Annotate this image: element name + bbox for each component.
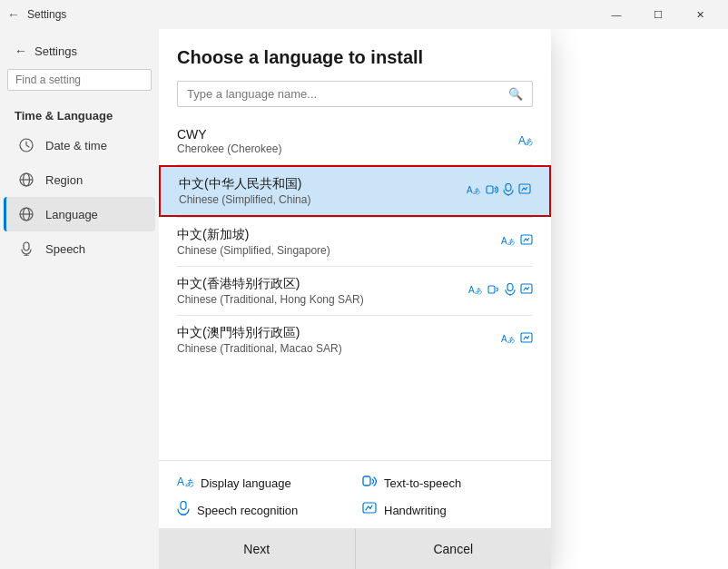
feature-speech-label: Speech recognition: [197, 504, 298, 517]
content-area: Some language preferences text that will…: [159, 29, 728, 569]
svg-rect-5: [24, 242, 29, 250]
handwriting-icon-css: [520, 234, 533, 250]
svg-text:あ: あ: [507, 336, 515, 344]
lang-name-ctm: 中文(澳門特別行政區): [177, 325, 501, 341]
lang-subname-cthk: Chinese (Traditional, Hong Kong SAR): [177, 293, 468, 306]
sidebar-item-region[interactable]: Region: [4, 162, 155, 197]
dialog-footer: Next Cancel: [159, 528, 551, 569]
date-time-label: Date & time: [45, 139, 107, 152]
region-icon: [18, 172, 34, 188]
lang-name-cthk: 中文(香港特别行政区): [177, 276, 468, 292]
language-item-cherokee[interactable]: CWY Cherokee (Cherokee) A あ: [159, 118, 551, 164]
svg-text:あ: あ: [473, 187, 480, 195]
svg-text:あ: あ: [507, 238, 515, 246]
svg-rect-21: [488, 286, 495, 293]
svg-rect-22: [507, 284, 513, 291]
speech-icon-cthk: [505, 283, 516, 299]
svg-text:あ: あ: [185, 477, 193, 487]
svg-rect-30: [363, 476, 370, 486]
speech-recognition-icon-feature: [177, 501, 190, 519]
display-lang-icon-cthk: Aあ: [468, 283, 483, 299]
titlebar-title: Settings: [27, 8, 66, 21]
dialog-header: Choose a language to install 🔍: [159, 29, 551, 118]
search-icon: 🔍: [508, 87, 523, 101]
language-item-chinese-traditional-hk[interactable]: 中文(香港特别行政区) Chinese (Traditional, Hong K…: [159, 267, 551, 315]
close-button[interactable]: ✕: [679, 0, 721, 29]
maximize-button[interactable]: ☐: [637, 0, 679, 29]
cancel-button[interactable]: Cancel: [355, 529, 552, 569]
svg-rect-31: [181, 502, 186, 510]
tts-icon-cthk: [487, 283, 500, 299]
sidebar: ← Settings Time & Language Date & time: [0, 29, 159, 569]
sidebar-back-button[interactable]: ← Settings: [0, 36, 159, 65]
feature-handwriting-label: Handwriting: [384, 504, 447, 517]
lang-icons-css: Aあ: [501, 234, 533, 250]
display-lang-icon: A あ: [518, 132, 533, 150]
display-lang-icon-csc: Aあ: [467, 183, 481, 199]
dialog-search-container: 🔍: [177, 81, 533, 107]
svg-text:A: A: [177, 476, 184, 488]
dialog-title: Choose a language to install: [177, 47, 533, 68]
feature-display-language: Aあ Display language: [177, 474, 348, 492]
lang-name-css: 中文(新加坡): [177, 227, 501, 243]
feature-display-language-label: Display language: [201, 476, 291, 490]
display-language-icon: Aあ: [177, 474, 193, 492]
language-search-input[interactable]: [187, 87, 503, 101]
svg-text:A: A: [501, 236, 507, 246]
lang-icons-cherokee: A あ: [518, 132, 533, 150]
svg-text:あ: あ: [475, 287, 482, 295]
find-setting-input[interactable]: [7, 69, 152, 91]
language-item-chinese-simplified-singapore[interactable]: 中文(新加坡) Chinese (Simplified, Singapore) …: [159, 218, 551, 266]
handwriting-icon-feature: [362, 501, 377, 519]
handwriting-icon-ctm: [520, 332, 533, 348]
language-icon: [18, 206, 34, 222]
minimize-button[interactable]: —: [595, 0, 637, 29]
region-label: Region: [45, 173, 83, 187]
lang-subname-csc: Chinese (Simplified, China): [179, 193, 467, 206]
language-list: CWY Cherokee (Cherokee) A あ: [159, 118, 551, 460]
next-button[interactable]: Next: [159, 529, 355, 569]
titlebar-controls: — ☐ ✕: [595, 0, 721, 29]
language-item-chinese-simplified-china[interactable]: 中文(中华人民共和国) Chinese (Simplified, China) …: [159, 165, 551, 217]
language-install-dialog: Choose a language to install 🔍 CWY Chero…: [159, 29, 551, 569]
svg-text:A: A: [468, 285, 475, 295]
back-arrow-icon: ←: [7, 7, 20, 22]
display-lang-icon-css: Aあ: [501, 234, 516, 250]
date-time-icon: [18, 137, 34, 153]
feature-icons-section: Aあ Display language Text-to-speech: [159, 460, 551, 528]
svg-text:あ: あ: [525, 137, 533, 146]
handwriting-icon-cthk: [520, 283, 533, 299]
lang-name-cherokee: CWY: [177, 127, 518, 142]
lang-icons-ctm: Aあ: [501, 332, 533, 348]
lang-name-csc: 中文(中华人民共和国): [179, 176, 467, 192]
language-label: Language: [45, 208, 98, 221]
feature-handwriting: Handwriting: [362, 501, 533, 519]
lang-icons-csc: Aあ: [467, 183, 531, 199]
lang-subname-css: Chinese (Simplified, Singapore): [177, 244, 501, 257]
feature-text-to-speech: Text-to-speech: [362, 474, 533, 492]
svg-rect-13: [506, 184, 511, 191]
back-icon: ←: [15, 44, 27, 58]
sidebar-item-language[interactable]: Language: [4, 197, 155, 231]
feature-tts-label: Text-to-speech: [384, 476, 461, 490]
lang-icons-cthk: Aあ: [468, 283, 533, 299]
svg-text:A: A: [501, 334, 507, 344]
lang-subname-cherokee: Cherokee (Cherokee): [177, 142, 518, 155]
lang-subname-ctm: Chinese (Traditional, Macao SAR): [177, 342, 501, 355]
sidebar-item-speech[interactable]: Speech: [4, 231, 155, 266]
titlebar: ← Settings — ☐ ✕: [0, 0, 728, 29]
titlebar-left: ← Settings: [7, 7, 66, 22]
sidebar-section-label: Time & Language: [0, 102, 159, 128]
svg-rect-12: [487, 186, 493, 193]
speech-icon: [18, 240, 34, 257]
sidebar-item-date-time[interactable]: Date & time: [4, 128, 155, 162]
app-body: ← Settings Time & Language Date & time: [0, 29, 728, 569]
tts-icon-csc: [486, 183, 498, 199]
language-item-chinese-traditional-macao[interactable]: 中文(澳門特別行政區) Chinese (Traditional, Macao …: [159, 316, 551, 364]
sidebar-back-label: Settings: [34, 44, 77, 58]
speech-label: Speech: [45, 242, 85, 256]
display-lang-icon-ctm: Aあ: [501, 332, 516, 348]
speech-icon-csc: [503, 183, 514, 199]
svg-text:A: A: [467, 185, 473, 195]
feature-speech-recognition: Speech recognition: [177, 501, 348, 519]
